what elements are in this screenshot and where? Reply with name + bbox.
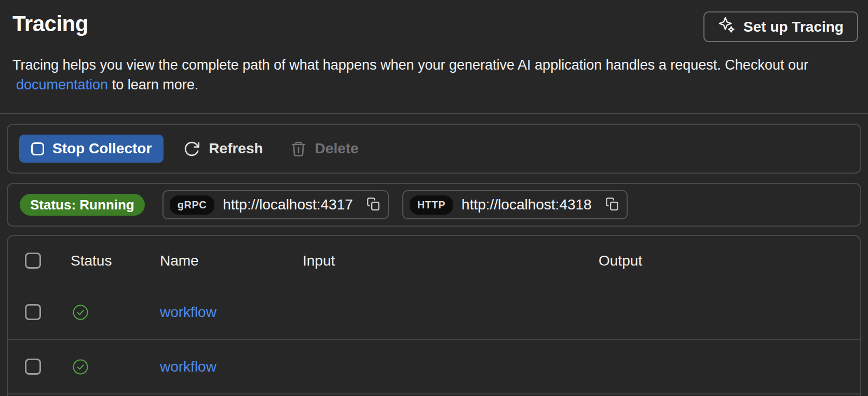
output-cell (599, 364, 860, 369)
traces-table: Status Name Input Output workflow workfl… (7, 235, 861, 396)
input-cell (303, 310, 599, 315)
grpc-endpoint: gRPC http://localhost:4317 (162, 190, 389, 219)
collector-status-bar: Status: Running gRPC http://localhost:43… (7, 183, 861, 227)
status-badge: Status: Running (20, 194, 145, 216)
circle-check-icon (72, 304, 160, 321)
row-checkbox[interactable] (25, 359, 41, 375)
documentation-link[interactable]: documentation (16, 77, 108, 93)
refresh-button[interactable]: Refresh (183, 140, 263, 157)
refresh-icon (183, 140, 200, 157)
description-text-2: to learn more. (108, 77, 198, 93)
circle-check-icon (72, 359, 160, 375)
setup-tracing-button[interactable]: Set up Tracing (703, 11, 858, 42)
stop-square-icon (31, 142, 44, 155)
page-description: Tracing helps you view the complete path… (12, 55, 856, 95)
stop-collector-label: Stop Collector (52, 140, 152, 157)
row-checkbox[interactable] (25, 304, 41, 320)
table-row: workflow (8, 340, 860, 394)
trace-name-link[interactable]: workflow (160, 304, 216, 320)
refresh-label: Refresh (209, 140, 263, 157)
column-header-name: Name (160, 253, 303, 269)
stop-collector-button[interactable]: Stop Collector (19, 135, 164, 163)
grpc-endpoint-url: http://localhost:4317 (223, 196, 353, 213)
select-all-checkbox[interactable] (25, 253, 41, 269)
grpc-copy-button[interactable] (367, 197, 381, 213)
http-protocol-badge: HTTP (410, 195, 453, 215)
delete-button[interactable]: Delete (290, 140, 359, 157)
output-cell (599, 310, 860, 315)
column-header-input: Input (303, 253, 599, 269)
input-cell (303, 364, 599, 369)
trash-icon (290, 140, 307, 157)
copy-icon (605, 197, 619, 213)
delete-label: Delete (315, 140, 359, 157)
description-text-1: Tracing helps you view the complete path… (12, 57, 808, 73)
http-endpoint-url: http://localhost:4318 (462, 196, 592, 213)
grpc-protocol-badge: gRPC (170, 195, 214, 215)
column-header-status: Status (71, 253, 160, 269)
table-header-row: Status Name Input Output (8, 236, 860, 285)
page-header: Tracing Set up Tracing Tracing helps you… (0, 0, 868, 95)
section-divider (0, 113, 868, 114)
trace-name-link[interactable]: workflow (160, 359, 216, 375)
copy-icon (367, 197, 381, 213)
toolbar: Stop Collector Refresh Delete (7, 124, 861, 174)
sparkles-icon (718, 16, 736, 37)
table-row: workflow (8, 285, 860, 340)
setup-tracing-label: Set up Tracing (743, 19, 844, 35)
column-header-output: Output (599, 253, 860, 269)
http-endpoint: HTTP http://localhost:4318 (402, 190, 628, 219)
http-copy-button[interactable] (605, 197, 619, 213)
